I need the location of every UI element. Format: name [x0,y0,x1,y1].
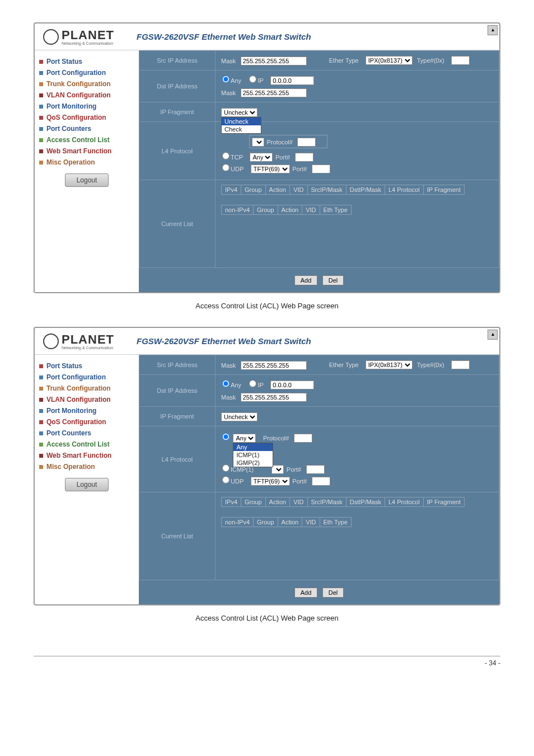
icmp-radio[interactable] [222,464,229,472]
sidebar-item-web-smart[interactable]: Web Smart Function [39,450,134,461]
del-button[interactable]: Del [322,275,344,285]
sidebar-item-acl[interactable]: Access Control List [39,134,134,145]
header: PLANET Networking & Communication FGSW-2… [35,24,499,50]
sidebar-item-vlan-config[interactable]: VLAN Configuration [39,394,134,405]
protocol-num-input[interactable] [294,434,312,443]
logo-icon [43,334,59,349]
type-hash-input[interactable] [451,360,470,369]
header: PLANET Networking & Communication FGSW-2… [35,328,499,355]
dst-ip-radio[interactable] [249,76,256,83]
dst-ip-input[interactable] [270,381,314,389]
src-mask-input[interactable] [241,361,307,370]
sidebar-item-acl[interactable]: Access Control List [39,439,134,450]
port-select[interactable] [271,465,284,474]
product-title: FGSW-2620VSF Ethernet Web Smart Switch [137,32,311,41]
udp-radio[interactable] [222,164,229,171]
page-number: - 34 - [34,656,500,667]
l4-protocol-label: L4 Protocol [139,426,216,492]
logo: PLANET Networking & Communication [43,332,114,350]
sidebar-item-port-monitor[interactable]: Port Monitoring [39,405,134,416]
type-hash-input[interactable] [451,56,470,65]
protocol-select[interactable] [252,138,264,147]
dst-mask-input[interactable] [241,393,307,402]
sidebar: Port Status Port Configuration Trunk Con… [35,355,139,604]
sidebar-item-port-counters[interactable]: Port Counters [39,428,134,439]
logo-text: PLANET [62,332,114,347]
sidebar-item-trunk-config[interactable]: Trunk Configuration [39,78,134,90]
udp-select[interactable]: TFTP(69) [251,477,290,486]
port-input[interactable] [306,465,325,474]
logo-text: PLANET [62,28,114,43]
scroll-up-icon[interactable]: ▴ [488,25,498,35]
sidebar-item-port-monitor[interactable]: Port Monitoring [39,101,134,112]
tcp-select[interactable]: Any [250,153,273,162]
l4-protocol-label: L4 Protocol [139,122,216,180]
udp-port-input[interactable] [312,165,330,173]
udp-port-input[interactable] [312,477,330,486]
logo-subtitle: Networking & Communication [62,346,114,350]
ip-fragment-select[interactable]: Uncheck [221,412,257,421]
tcp-port-input[interactable] [295,153,313,162]
src-ip-label: Src IP Address [139,51,216,71]
src-mask-input[interactable] [241,57,307,65]
logout-button[interactable]: Logout [65,478,109,491]
ip-fragment-label: IP Fragment [139,102,216,122]
nonipv4-table: non-IPv4GroupActionVIDEth Type [221,517,352,527]
logo: PLANET Networking & Communication [43,28,114,45]
add-button[interactable]: Add [294,588,318,598]
main-panel: Src IP Address Mask Ether Type IPX(0x813… [139,355,499,604]
dst-ip-label: Dst IP Address [139,375,216,407]
caption-1: Access Control List (ACL) Web Page scree… [34,302,500,310]
sidebar-item-port-status[interactable]: Port Status [39,360,134,372]
acl-screenshot-1: ▴ ▾ PLANET Networking & Communication FG… [34,22,500,293]
logo-subtitle: Networking & Communication [62,41,114,45]
ether-type-label: Ether Type [329,57,359,64]
add-button[interactable]: Add [294,275,318,285]
dst-any-radio[interactable] [222,76,229,83]
dst-ip-input[interactable] [270,76,314,85]
current-list-label: Current List [139,180,216,268]
protocol-num-input[interactable] [297,138,316,147]
ip-fragment-select[interactable]: Uncheck [221,108,257,117]
l4-select[interactable]: Any [233,434,256,443]
ether-type-label: Ether Type [329,361,359,368]
sidebar-item-vlan-config[interactable]: VLAN Configuration [39,90,134,101]
src-ip-label: Src IP Address [139,355,216,375]
logout-button[interactable]: Logout [65,173,109,187]
dst-ip-radio[interactable] [249,380,256,387]
logo-icon [43,29,59,45]
ip-fragment-label: IP Fragment [139,407,216,426]
dst-mask-input[interactable] [241,88,307,97]
sidebar-item-port-status[interactable]: Port Status [39,56,134,67]
acl-screenshot-2: ▴ ▾ PLANET Networking & Communication FG… [34,327,500,605]
del-button[interactable]: Del [322,588,344,598]
l4-dropdown-list[interactable]: Any ICMP(1) IGMP(2) [233,443,273,467]
udp-radio[interactable] [222,476,229,483]
sidebar: Port Status Port Configuration Trunk Con… [35,50,139,292]
product-title: FGSW-2620VSF Ethernet Web Smart Switch [137,336,311,346]
dst-any-radio[interactable] [222,380,229,387]
ipv4-table: IPv4GroupActionVIDSrcIP/MaskDstIP/MaskL4… [221,185,465,195]
caption-2: Access Control List (ACL) Web Page scree… [34,614,500,622]
tcp-radio[interactable] [222,152,229,159]
sidebar-item-port-config[interactable]: Port Configuration [39,372,134,383]
udp-select[interactable]: TFTP(69) [251,165,290,173]
sidebar-item-qos-config[interactable]: QoS Configuration [39,112,134,123]
scroll-up-icon[interactable]: ▴ [488,330,498,340]
ipv4-table: IPv4GroupActionVIDSrcIP/MaskDstIP/MaskL4… [221,497,465,507]
fragment-dropdown-list[interactable]: Uncheck Check [221,117,261,134]
nonipv4-table: non-IPv4GroupActionVIDEth Type [221,205,352,215]
sidebar-item-misc[interactable]: Misc Operation [39,461,134,472]
sidebar-item-misc[interactable]: Misc Operation [39,157,134,168]
main-panel: Src IP Address Mask Ether Type IPX(0x813… [139,50,499,292]
sidebar-item-port-config[interactable]: Port Configuration [39,67,134,78]
sidebar-item-qos-config[interactable]: QoS Configuration [39,416,134,428]
current-list-label: Current List [139,492,216,580]
ether-type-select[interactable]: IPX(0x8137) [366,360,413,369]
dst-ip-label: Dst IP Address [139,71,216,102]
sidebar-item-web-smart[interactable]: Web Smart Function [39,145,134,157]
ether-type-select[interactable]: IPX(0x8137) [366,56,413,65]
sidebar-item-port-counters[interactable]: Port Counters [39,123,134,134]
sidebar-item-trunk-config[interactable]: Trunk Configuration [39,383,134,394]
l4-any-radio[interactable] [222,433,229,440]
